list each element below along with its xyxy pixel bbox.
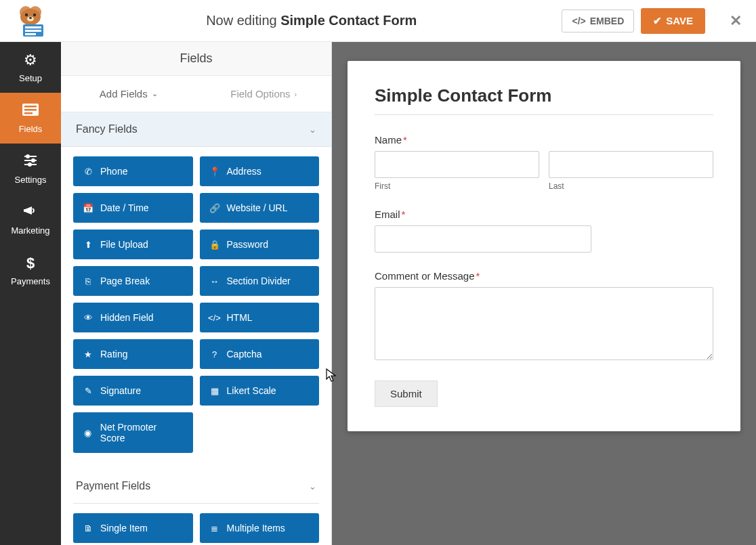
sidebar-item-payments[interactable]: $ Payments <box>0 245 61 296</box>
tab-label: Add Fields <box>100 88 148 100</box>
save-button[interactable]: ✔ SAVE <box>641 8 705 34</box>
last-sublabel: Last <box>549 181 713 191</box>
sidebar-label: Payments <box>11 276 50 286</box>
field-type-page-break[interactable]: ⎘Page Break <box>73 266 193 296</box>
field-type-label: Password <box>227 239 268 250</box>
tab-field-options[interactable]: Field Options › <box>196 76 332 112</box>
field-type-label: Net Promoter Score <box>100 422 184 443</box>
field-type-net-promoter-score[interactable]: ◉Net Promoter Score <box>73 412 193 453</box>
svg-rect-21 <box>24 209 26 212</box>
code-icon: </> <box>572 16 585 26</box>
tab-add-fields[interactable]: Add Fields ⌄ <box>61 76 196 112</box>
group-title: Fancy Fields <box>76 123 138 135</box>
gauge-icon: ◉ <box>83 428 93 438</box>
svg-point-3 <box>25 13 28 16</box>
svg-rect-9 <box>25 30 41 32</box>
sidebar-label: Marketing <box>11 225 49 236</box>
sidebar-item-settings[interactable]: Settings <box>0 144 61 194</box>
embed-button[interactable]: </> EMBED <box>562 9 634 32</box>
main-sidebar: ⚙ Setup Fields Settings Marketing $ Paym… <box>0 42 61 545</box>
sliders-icon <box>23 153 38 171</box>
field-type-label: Single Item <box>100 523 148 533</box>
first-sublabel: First <box>375 181 539 191</box>
form-title: Simple Contact Form <box>375 85 713 106</box>
close-button[interactable]: ✕ <box>715 12 756 30</box>
top-bar: Now editing Simple Contact Form </> EMBE… <box>0 0 756 42</box>
field-comment[interactable]: Comment or Message* <box>375 270 713 363</box>
file-icon: 🗎 <box>83 523 93 533</box>
comment-label: Comment or Message* <box>375 270 713 282</box>
eye-icon: 👁 <box>83 313 93 323</box>
last-name-input[interactable] <box>549 151 713 178</box>
email-input[interactable] <box>375 225 591 253</box>
field-type-label: Section Divider <box>227 276 291 286</box>
phone-icon: ✆ <box>83 167 93 177</box>
bullhorn-icon <box>23 204 38 221</box>
sidebar-label: Settings <box>15 175 47 185</box>
field-type-address[interactable]: 📍Address <box>200 156 320 186</box>
field-type-label: Phone <box>100 166 127 177</box>
grid-icon: ▦ <box>209 386 220 396</box>
field-type-website-url[interactable]: 🔗Website / URL <box>200 193 320 223</box>
sidebar-item-marketing[interactable]: Marketing <box>0 194 61 245</box>
field-type-rating[interactable]: ★Rating <box>73 339 193 369</box>
field-type-signature[interactable]: ✎Signature <box>73 376 193 406</box>
payment-fields-grid: 🗎Single Item≣Multiple Items <box>73 513 319 543</box>
field-type-label: HTML <box>227 312 253 323</box>
dollar-icon: $ <box>26 255 35 272</box>
svg-point-18 <box>32 159 35 162</box>
svg-point-16 <box>26 155 29 158</box>
group-header-fancy-fields[interactable]: Fancy Fields ⌄ <box>61 112 331 147</box>
field-type-section-divider[interactable]: ↔Section Divider <box>200 266 320 296</box>
embed-label: EMBED <box>590 16 625 26</box>
svg-rect-12 <box>24 106 37 108</box>
app-logo <box>0 4 61 38</box>
field-type-captcha[interactable]: ?Captcha <box>200 339 320 369</box>
svg-point-20 <box>28 163 31 166</box>
list-icon: ≣ <box>209 523 220 533</box>
form-icon <box>22 102 39 120</box>
pages-icon: ⎘ <box>83 276 93 286</box>
field-type-label: Hidden Field <box>100 312 154 323</box>
fields-panel: Fields Add Fields ⌄ Field Options › Fanc… <box>61 42 332 545</box>
field-type-likert-scale[interactable]: ▦Likert Scale <box>200 376 320 406</box>
svg-point-4 <box>33 13 36 16</box>
required-asterisk: * <box>402 209 406 220</box>
field-email[interactable]: Email* <box>375 209 713 253</box>
divider <box>375 114 713 115</box>
field-type-phone[interactable]: ✆Phone <box>73 156 193 186</box>
field-type-label: Page Break <box>100 276 150 286</box>
top-actions: </> EMBED ✔ SAVE <box>562 8 715 34</box>
field-type-password[interactable]: 🔒Password <box>200 230 320 259</box>
chevron-down-icon: ⌄ <box>309 125 316 135</box>
field-type-single-item[interactable]: 🗎Single Item <box>73 513 193 543</box>
lock-icon: 🔒 <box>209 240 220 250</box>
group-title: Payment Fields <box>76 480 150 492</box>
field-type-multiple-items[interactable]: ≣Multiple Items <box>200 513 320 543</box>
submit-button[interactable]: Submit <box>375 380 438 407</box>
field-type-hidden-field[interactable]: 👁Hidden Field <box>73 303 193 332</box>
comment-textarea[interactable] <box>375 287 713 360</box>
group-header-payment-fields[interactable]: Payment Fields ⌄ <box>73 469 319 504</box>
sidebar-label: Fields <box>19 124 43 134</box>
field-type-label: Signature <box>100 385 141 396</box>
field-type-html[interactable]: </>HTML <box>200 303 320 332</box>
field-type-file-upload[interactable]: ⬆File Upload <box>73 230 193 259</box>
panel-title: Fields <box>61 42 331 76</box>
form-preview: Simple Contact Form Name* First Last <box>332 42 756 545</box>
svg-rect-13 <box>24 109 37 111</box>
editing-title: Now editing Simple Contact Form <box>61 13 562 28</box>
fields-scroll[interactable]: Fancy Fields ⌄ ✆Phone📍Address📅Date / Tim… <box>61 112 331 545</box>
sidebar-item-setup[interactable]: ⚙ Setup <box>0 42 61 93</box>
field-type-date-time[interactable]: 📅Date / Time <box>73 193 193 223</box>
sidebar-item-fields[interactable]: Fields <box>0 93 61 144</box>
chevron-right-icon: › <box>295 90 297 98</box>
field-name[interactable]: Name* First Last <box>375 134 713 191</box>
editing-prefix: Now editing <box>206 13 280 28</box>
panel-tabs: Add Fields ⌄ Field Options › <box>61 76 331 112</box>
field-type-label: File Upload <box>100 239 148 250</box>
question-icon: ? <box>209 349 220 359</box>
form-card[interactable]: Simple Contact Form Name* First Last <box>348 61 740 431</box>
pin-icon: 📍 <box>209 167 220 177</box>
first-name-input[interactable] <box>375 151 539 178</box>
